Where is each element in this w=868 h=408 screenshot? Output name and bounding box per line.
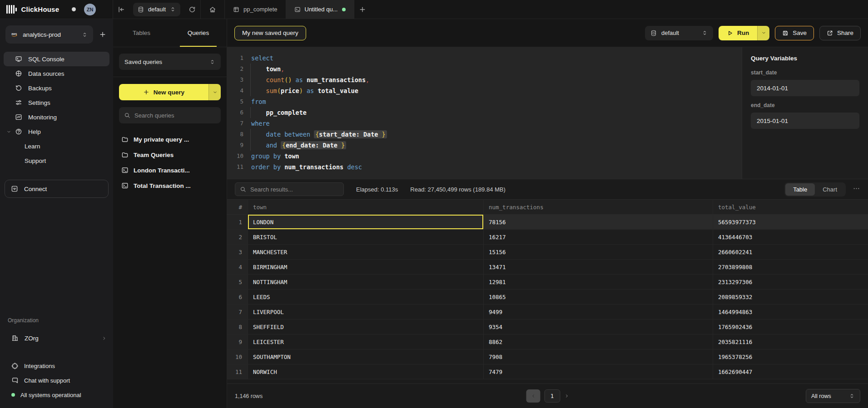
row-number[interactable]: 5 <box>227 275 248 289</box>
row-number[interactable]: 1 <box>227 215 248 229</box>
table-cell[interactable]: 15156 <box>484 245 713 259</box>
sidebar-footer-item-integrations[interactable]: Integrations <box>0 359 113 373</box>
table-cell[interactable]: 10865 <box>484 290 713 304</box>
run-options-caret[interactable] <box>757 26 769 40</box>
sidebar-item-backups[interactable]: Backups <box>4 81 109 95</box>
code-line[interactable]: 10group by town <box>227 151 742 162</box>
tab-untitled-qu[interactable]: Untitled qu... <box>286 0 354 19</box>
next-page-button[interactable] <box>564 393 569 398</box>
saved-query-pill[interactable]: My new saved query <box>234 26 306 40</box>
table-cell[interactable]: LEICESTER <box>248 334 484 349</box>
search-results-input[interactable]: Search results... <box>235 182 344 196</box>
table-cell[interactable]: SHEFFIELD <box>248 320 484 334</box>
sidebar-subitem-support[interactable]: Support <box>4 153 109 168</box>
home-button[interactable] <box>201 0 224 19</box>
column-header-town[interactable]: town <box>248 200 484 214</box>
code-line[interactable]: 3 count() as num_transactions, <box>227 74 742 85</box>
code-line[interactable]: 4 sum(price) as total_value <box>227 85 742 96</box>
topbar-database-select[interactable]: default <box>133 3 180 16</box>
query-list-item-my-private-query[interactable]: My private query ... <box>119 132 221 147</box>
sidebar-subitem-learn[interactable]: Learn <box>4 139 109 153</box>
sidebar-item-data-sources[interactable]: Data sources <box>4 66 109 81</box>
table-cell[interactable]: SOUTHAMPTON <box>248 349 484 364</box>
new-query-options-caret[interactable] <box>208 84 221 100</box>
table-cell[interactable]: 16217 <box>484 230 713 244</box>
chevron-down-icon[interactable] <box>6 129 11 134</box>
code-line[interactable]: 5from <box>227 96 742 107</box>
table-cell[interactable]: 7908 <box>484 349 713 364</box>
table-cell[interactable]: 2313297306 <box>713 275 868 289</box>
sidebar-item-settings[interactable]: Settings <box>4 95 109 110</box>
table-cell[interactable]: 1965378256 <box>713 349 868 364</box>
row-number[interactable]: 2 <box>227 230 248 244</box>
table-cell[interactable]: BIRMINGHAM <box>248 260 484 274</box>
tab-pp-complete[interactable]: pp_complete <box>225 0 286 19</box>
table-cell[interactable]: 7479 <box>484 364 713 379</box>
table-cell[interactable]: BRISTOL <box>248 230 484 244</box>
view-toggle-table[interactable]: Table <box>785 183 815 196</box>
table-cell[interactable]: NORWICH <box>248 364 484 379</box>
table-cell[interactable]: 13471 <box>484 260 713 274</box>
table-cell[interactable]: 4136446703 <box>713 230 868 244</box>
query-list-item-total-transaction[interactable]: Total Transaction ... <box>119 178 221 193</box>
save-button[interactable]: Save <box>775 26 814 40</box>
code-line[interactable]: 9 and {end_date: Date } <box>227 140 742 151</box>
search-queries-input[interactable]: Search queries <box>119 107 221 123</box>
row-number[interactable]: 7 <box>227 305 248 319</box>
query-variable-chip[interactable]: {end_date: Date } <box>281 141 346 149</box>
table-cell[interactable]: 2703899808 <box>713 260 868 274</box>
table-cell[interactable]: 12981 <box>484 275 713 289</box>
sidebar-item-help[interactable]: Help <box>4 124 109 139</box>
table-cell[interactable]: 1765902436 <box>713 320 868 334</box>
connect-button[interactable]: Connect <box>5 180 109 198</box>
table-cell[interactable]: 9354 <box>484 320 713 334</box>
table-cell[interactable]: 2089859332 <box>713 290 868 304</box>
row-number[interactable]: 10 <box>227 349 248 364</box>
row-number[interactable]: 3 <box>227 245 248 259</box>
new-tab-button[interactable] <box>354 0 371 19</box>
table-cell[interactable]: 2035821116 <box>713 334 868 349</box>
collapse-panel-button[interactable] <box>113 0 129 19</box>
table-cell[interactable]: LONDON <box>248 215 484 229</box>
table-cell[interactable]: 1662690447 <box>713 364 868 379</box>
table-cell[interactable]: LEEDS <box>248 290 484 304</box>
row-number[interactable]: 6 <box>227 290 248 304</box>
row-number[interactable]: 9 <box>227 334 248 349</box>
more-options-button[interactable] <box>853 185 860 194</box>
variable-input-end-date[interactable]: 2015-01-01 <box>751 113 859 129</box>
query-list-item-london-transacti[interactable]: London Transacti... <box>119 162 221 178</box>
code-line[interactable]: 7where <box>227 118 742 129</box>
editor-database-select[interactable]: default <box>645 26 713 40</box>
table-cell[interactable]: 56593977373 <box>713 215 868 229</box>
row-number[interactable]: 8 <box>227 320 248 334</box>
prev-page-button[interactable] <box>526 389 540 403</box>
sidebar-footer-item-all-systems-operational[interactable]: All systems operational <box>0 388 113 402</box>
column-header-num-transactions[interactable]: num_transactions <box>484 200 713 214</box>
query-list-item-team-queries[interactable]: Team Queries <box>119 147 221 162</box>
table-cell[interactable]: 1464994863 <box>713 305 868 319</box>
row-number[interactable]: 4 <box>227 260 248 274</box>
table-cell[interactable]: MANCHESTER <box>248 245 484 259</box>
variable-input-start-date[interactable]: 2014-01-01 <box>751 80 859 96</box>
add-service-button[interactable] <box>96 28 109 41</box>
saved-queries-select[interactable]: Saved queries <box>119 54 221 70</box>
column-header-item[interactable]: # <box>227 200 248 214</box>
code-line[interactable]: 6 pp_complete <box>227 107 742 118</box>
table-cell[interactable]: 78156 <box>484 215 713 229</box>
share-button[interactable]: Share <box>819 26 861 40</box>
organization-row[interactable]: ZOrg <box>0 331 113 345</box>
code-line[interactable]: 8 date between {start_date: Date } <box>227 129 742 140</box>
code-line[interactable]: 2 town, <box>227 64 742 74</box>
sql-editor[interactable]: 1select2 town,3 count() as num_transacti… <box>227 47 742 179</box>
table-cell[interactable]: NOTTINGHAM <box>248 275 484 289</box>
page-number-input[interactable]: 1 <box>544 389 560 403</box>
table-cell[interactable]: 8862 <box>484 334 713 349</box>
code-line[interactable]: 11order by num_transactions desc <box>227 162 742 172</box>
column-header-total-value[interactable]: total_value <box>713 200 868 214</box>
table-cell[interactable]: 2660602241 <box>713 245 868 259</box>
row-number[interactable]: 11 <box>227 364 248 379</box>
sidebar-footer-item-chat-with-support[interactable]: Chat with support <box>0 374 113 387</box>
table-cell[interactable]: LIVERPOOL <box>248 305 484 319</box>
code-line[interactable]: 1select <box>227 53 742 64</box>
page-size-select[interactable]: All rows <box>806 389 860 403</box>
